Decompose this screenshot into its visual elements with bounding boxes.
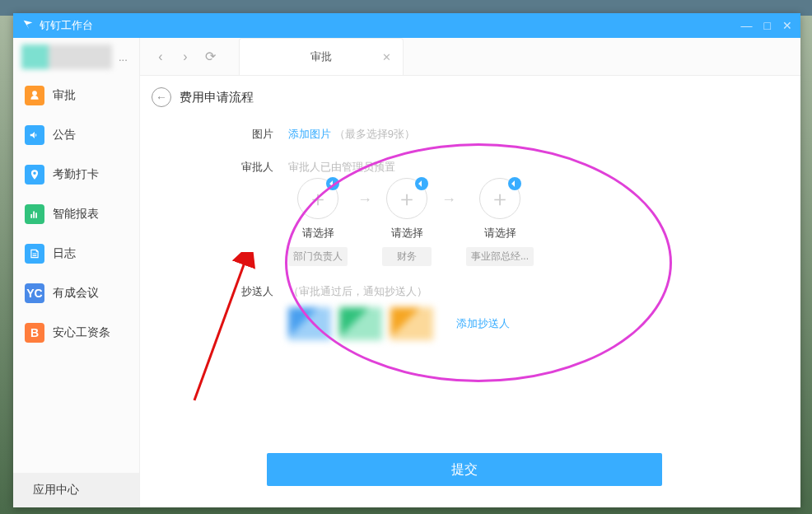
- add-cc-link[interactable]: 添加抄送人: [456, 316, 510, 331]
- maximize-button[interactable]: □: [764, 19, 771, 32]
- user-avatar-blurred: [21, 44, 112, 69]
- approver-role: 财务: [382, 247, 432, 266]
- reports-icon: [25, 204, 44, 224]
- edit-badge-icon: [508, 177, 521, 190]
- sidebar-item-label: 考勤打卡: [53, 167, 99, 182]
- app-center-label: 应用中心: [33, 483, 79, 498]
- tabbar: ‹ › ⟳ 审批 ✕: [140, 38, 800, 76]
- cc-person-blurred[interactable]: [288, 307, 331, 340]
- sidebar-item-announcement[interactable]: 公告: [13, 115, 139, 155]
- user-row[interactable]: ...: [13, 38, 139, 76]
- window-title: 钉钉工作台: [40, 18, 93, 33]
- add-approver-button-2[interactable]: ＋: [386, 178, 427, 219]
- approver-node-1: ＋ 请选择 部门负责人: [288, 178, 348, 266]
- page-title: 费用申请流程: [180, 90, 254, 105]
- sidebar-item-log[interactable]: 日志: [13, 234, 139, 273]
- nav-refresh-button[interactable]: ⟳: [198, 44, 222, 69]
- attendance-icon: [25, 165, 44, 185]
- tab-close-icon[interactable]: ✕: [382, 51, 391, 63]
- sidebar-item-reports[interactable]: 智能报表: [13, 194, 139, 234]
- add-image-link[interactable]: 添加图片: [288, 128, 331, 140]
- sidebar-item-payroll[interactable]: B 安心工资条: [13, 313, 139, 353]
- approver-hint: 审批人已由管理员预置: [288, 161, 395, 173]
- content: ← 费用申请流程 图片 添加图片 （最多选择9张） 审批人 审批: [140, 76, 800, 507]
- approver-role: 事业部总经...: [466, 247, 534, 266]
- sidebar-item-label: 审批: [53, 88, 76, 103]
- image-label: 图片: [234, 127, 273, 142]
- edit-badge-icon: [415, 177, 428, 190]
- add-approver-button-3[interactable]: ＋: [479, 178, 520, 219]
- log-icon: [25, 244, 44, 264]
- cc-person-blurred[interactable]: [390, 307, 433, 340]
- image-hint: （最多选择9张）: [334, 128, 415, 140]
- arrow-right-icon: →: [357, 191, 372, 208]
- sidebar: ... 审批 公告 考勤打卡 智能报表: [13, 38, 140, 507]
- close-button[interactable]: ✕: [782, 19, 792, 32]
- sidebar-item-meeting[interactable]: YC 有成会议: [13, 273, 139, 313]
- approver-placeholder: 请选择: [391, 226, 423, 241]
- sidebar-item-label: 公告: [53, 128, 76, 143]
- approver-role: 部门负责人: [288, 247, 348, 266]
- cc-hint: （审批通过后，通知抄送人）: [288, 285, 427, 297]
- approver-placeholder: 请选择: [484, 226, 516, 241]
- approver-placeholder: 请选择: [302, 226, 334, 241]
- minimize-button[interactable]: —: [741, 19, 753, 32]
- user-more[interactable]: ...: [119, 51, 128, 63]
- approval-icon: [25, 86, 44, 105]
- edit-badge-icon: [326, 177, 339, 190]
- add-approver-button-1[interactable]: ＋: [297, 178, 338, 219]
- cc-label: 抄送人: [234, 284, 273, 299]
- titlebar[interactable]: 钉钉工作台 — □ ✕: [13, 13, 800, 38]
- arrow-right-icon: →: [441, 191, 456, 208]
- sidebar-item-approval[interactable]: 审批: [13, 76, 139, 115]
- sidebar-item-label: 日志: [53, 246, 76, 261]
- meeting-icon: YC: [25, 283, 44, 303]
- payroll-icon: B: [25, 323, 44, 343]
- sidebar-item-label: 安心工资条: [53, 325, 110, 340]
- approver-node-2: ＋ 请选择 财务: [382, 178, 432, 266]
- sidebar-item-attendance[interactable]: 考勤打卡: [13, 155, 139, 194]
- sidebar-item-label: 智能报表: [53, 207, 99, 222]
- announcement-icon: [25, 125, 44, 145]
- sidebar-item-label: 有成会议: [53, 286, 99, 301]
- dingtalk-logo-icon: [21, 18, 35, 34]
- tab-label: 审批: [310, 49, 332, 64]
- app-window: 钉钉工作台 — □ ✕ ... 审批 公告: [13, 13, 800, 507]
- approver-label: 审批人: [234, 160, 273, 175]
- page-back-button[interactable]: ←: [152, 87, 171, 107]
- nav-back-button[interactable]: ‹: [148, 44, 173, 69]
- tab-approval[interactable]: 审批 ✕: [239, 38, 404, 75]
- submit-button[interactable]: 提交: [267, 453, 662, 486]
- nav-forward-button[interactable]: ›: [173, 44, 198, 69]
- approver-node-3: ＋ 请选择 事业部总经...: [466, 178, 534, 266]
- app-center-button[interactable]: 应用中心: [13, 473, 139, 507]
- cc-person-blurred[interactable]: [339, 307, 382, 340]
- main-area: ‹ › ⟳ 审批 ✕ ← 费用申请流程 图片 添加图片: [140, 38, 800, 507]
